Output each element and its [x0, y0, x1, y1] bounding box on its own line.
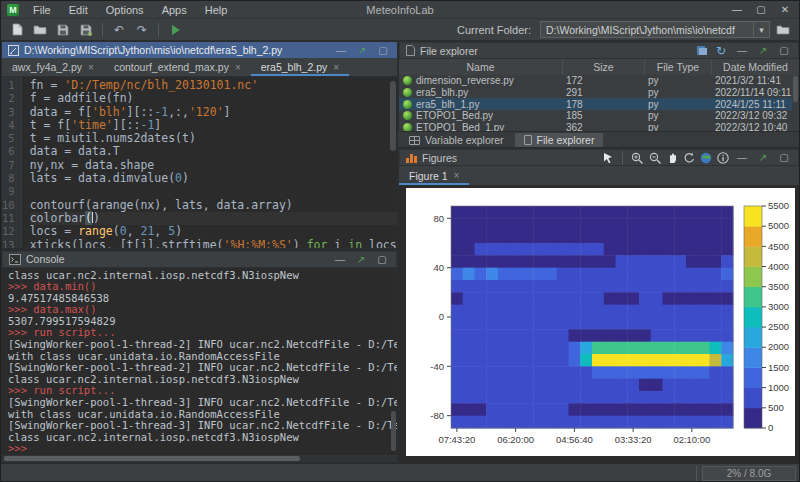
python-file-icon	[403, 76, 412, 85]
menu-help[interactable]: Help	[197, 3, 236, 17]
current-folder-combobox[interactable]: D:\Working\MIScript\Jython\mis\io\netcdf…	[540, 21, 770, 38]
file-table-scrollbar[interactable]	[792, 75, 799, 131]
file-name: dimension_reverse.py	[416, 75, 514, 86]
tab-close-icon[interactable]: ×	[235, 62, 241, 73]
menu-file[interactable]: File	[25, 3, 59, 17]
figure-tab[interactable]: Figure 1×	[399, 166, 469, 185]
console-minimize-button[interactable]: —	[332, 254, 348, 265]
run-script-button[interactable]	[165, 21, 185, 39]
file-row[interactable]: era5_blh.py291py2022/11/14 09:11	[399, 87, 799, 99]
line-number-gutter: 12345678910111213	[2, 77, 22, 248]
svg-text:-40: -40	[430, 361, 444, 372]
rotate-icon[interactable]	[683, 152, 695, 164]
file-row[interactable]: ETOPO1_Bed.py185py2022/3/12 09:32	[399, 110, 799, 122]
file-explorer-icon	[406, 45, 415, 56]
editor-tab[interactable]: contourf_extend_max.py×	[104, 58, 251, 76]
status-divider	[696, 466, 697, 481]
console-output[interactable]: class ucar.nc2.internal.iosp.netcdf3.N3i…	[2, 268, 397, 456]
tab-close-icon[interactable]: ×	[333, 62, 339, 73]
column-header-file-type[interactable]: File Type	[644, 59, 711, 75]
file-explorer-title: File explorer	[420, 45, 478, 57]
figures-maximize-button[interactable]: ▢	[776, 152, 792, 163]
figure-tab-bar: Figure 1×	[399, 166, 799, 186]
file-explorer-float-button[interactable]: ↗	[755, 45, 771, 56]
current-folder-value: D:\Working\MIScript\Jython\mis\io\netcdf	[541, 24, 753, 36]
undo-button[interactable]: ↶	[109, 21, 129, 39]
zoom-in-icon[interactable]	[631, 152, 644, 164]
file-row[interactable]: ETOPO1_Bed_1.py362py2022/3/12 10:40	[399, 122, 799, 131]
column-header-name[interactable]: Name	[399, 59, 562, 75]
save-button[interactable]	[53, 21, 73, 39]
menu-apps[interactable]: Apps	[154, 3, 195, 17]
refresh-icon[interactable]: ↻	[713, 44, 729, 58]
globe-icon[interactable]	[700, 152, 712, 164]
figures-title: Figures	[422, 152, 457, 164]
figures-minimize-button[interactable]: —	[734, 152, 750, 163]
tab-close-icon[interactable]: ×	[88, 62, 94, 73]
zoom-out-icon[interactable]	[649, 152, 662, 164]
svg-text:5000: 5000	[768, 220, 789, 231]
pan-hand-icon[interactable]	[667, 152, 678, 164]
memory-indicator[interactable]: 2% / 8.0G	[702, 466, 796, 481]
console-float-button[interactable]: ↗	[353, 254, 369, 265]
file-name: ETOPO1_Bed_1.py	[416, 122, 504, 131]
chevron-down-icon[interactable]: ▾	[753, 22, 769, 37]
console-horizontal-scrollbar[interactable]	[2, 455, 397, 462]
menu-edit[interactable]: Edit	[61, 3, 96, 17]
figures-float-button[interactable]: ↗	[755, 152, 771, 163]
pointer-tool-icon[interactable]	[602, 152, 614, 164]
python-file-icon	[403, 88, 412, 97]
console-output-line: [SwingWorker-pool-1-thread-2] INFO ucar.…	[8, 339, 393, 351]
editor-maximize-button[interactable]: ▢	[375, 45, 391, 56]
column-header-date-modified[interactable]: Date Modified	[711, 59, 799, 75]
figure-plot[interactable]: 80400-40-8007:43:2006:20:0004:56:4003:33…	[406, 188, 795, 456]
console-icon	[9, 254, 21, 265]
tab-file-explorer[interactable]: File explorer	[515, 133, 604, 147]
console-vertical-scrollbar[interactable]	[390, 268, 397, 456]
tab-label: Variable explorer	[425, 134, 504, 146]
open-file-button[interactable]	[30, 21, 50, 39]
file-row[interactable]: dimension_reverse.py172py2021/3/2 11:41	[399, 75, 799, 87]
file-explorer-minimize-button[interactable]: —	[734, 45, 750, 56]
main-toolbar: ↶ ↷ Current Folder: D:\Working\MIScript\…	[1, 19, 799, 41]
svg-text:40: 40	[433, 262, 444, 273]
file-size: 185	[562, 110, 644, 121]
run-icon	[170, 24, 181, 36]
console-output-line: class ucar.nc2.internal.iosp.netcdf3.N3i…	[8, 432, 393, 444]
figures-icon	[406, 153, 417, 163]
code-editor[interactable]: 12345678910111213 fn = 'D:/Temp/nc/blh_2…	[2, 77, 397, 248]
code-line: t = miutil.nums2dates(t)	[30, 132, 397, 145]
titlebar: M FileEditOptionsAppsHelp MeteoInfoLab —…	[1, 1, 799, 19]
menu-options[interactable]: Options	[98, 3, 152, 17]
file-row[interactable]: era5_blh_1.py178py2024/1/25 11:11	[399, 98, 799, 110]
browse-folder-button[interactable]	[773, 21, 793, 39]
window-maximize-button[interactable]: ▢	[751, 4, 771, 15]
copy-path-icon[interactable]	[696, 45, 708, 56]
code-line: contourf(arange(nx), lats, data.array)	[30, 199, 397, 212]
tab-variable-explorer[interactable]: Variable explorer	[400, 133, 513, 147]
file-size: 291	[562, 87, 644, 98]
info-icon[interactable]	[717, 152, 729, 164]
svg-text:1000: 1000	[768, 382, 789, 393]
editor-tab-label: awx_fy4a_2.py	[12, 61, 82, 73]
window-close-button[interactable]: ✕	[775, 4, 795, 15]
column-header-size[interactable]: Size	[562, 59, 644, 75]
window-minimize-button[interactable]: —	[727, 4, 747, 15]
svg-text:1500: 1500	[768, 362, 789, 373]
svg-text:2000: 2000	[768, 341, 789, 352]
figure-tab-label: Figure 1	[409, 170, 448, 182]
tab-close-icon[interactable]: ×	[454, 170, 460, 181]
editor-float-button[interactable]: ↗	[354, 45, 370, 56]
file-table-header[interactable]: NameSizeFile TypeDate Modified	[399, 59, 799, 75]
file-size: 362	[562, 122, 644, 131]
code-area[interactable]: fn = 'D:/Temp/nc/blh_20130101.nc'f = add…	[22, 77, 397, 248]
new-file-button[interactable]	[7, 21, 27, 39]
editor-tab[interactable]: awx_fy4a_2.py×	[2, 58, 104, 76]
console-maximize-button[interactable]: ▢	[374, 254, 390, 265]
save-as-button[interactable]	[76, 21, 96, 39]
file-explorer-maximize-button[interactable]: ▢	[776, 45, 792, 56]
editor-scrollbar[interactable]	[389, 77, 397, 248]
redo-button[interactable]: ↷	[132, 21, 152, 39]
editor-minimize-button[interactable]: —	[333, 45, 349, 56]
editor-tab[interactable]: era5_blh_2.py×	[251, 58, 349, 76]
